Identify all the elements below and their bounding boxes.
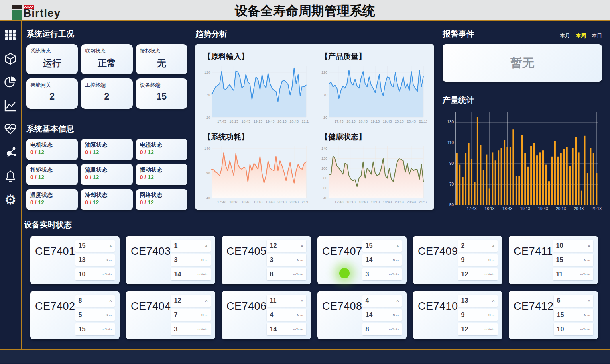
svg-text:60: 60 — [323, 186, 327, 190]
production-title: 产量统计 — [443, 95, 602, 106]
unit-flow: m³/min — [580, 272, 590, 276]
line-chart-icon[interactable] — [4, 99, 17, 112]
status-card-network: 联网状态 正常 — [81, 44, 132, 74]
device-name: CE7411 — [514, 245, 553, 280]
svg-text:21:13: 21:13 — [419, 200, 427, 204]
device-name: CE7408 — [322, 300, 362, 335]
info-card-label: 扭矩状态 — [30, 166, 74, 174]
health-pulse-icon[interactable] — [4, 123, 17, 135]
device-name: CE7402 — [35, 300, 75, 335]
content-area: ⚙ 系统运行工况 系统状态 运行 联网状态 正常 授权状态 无 智 — [0, 21, 610, 350]
device-current-value: 4 — [366, 297, 369, 304]
alarm-empty-card: 暂无 — [443, 44, 602, 82]
device-name: CE7406 — [226, 300, 267, 335]
alarm-count: 0 / — [140, 149, 146, 155]
svg-text:20:43: 20:43 — [574, 207, 584, 211]
device-card-ce7402[interactable]: CE7402 8A 5N·m 15m³/min — [30, 291, 120, 339]
device-torque-value: 9 — [461, 311, 465, 319]
unit-ampere: A — [588, 244, 590, 248]
device-torque-value: 14 — [366, 256, 373, 264]
info-card-temperature: 温度状态 0 / 12 — [26, 189, 78, 210]
device-card-ce7401[interactable]: CE7401 15A 13N·m 10m³/min — [30, 236, 120, 284]
device-torque-value: 13 — [79, 256, 86, 264]
unit-flow: m³/min — [102, 327, 112, 331]
unit-newton-meter: N·m — [393, 258, 399, 262]
svg-text:110: 110 — [447, 141, 454, 145]
status-card-value: 运行 — [30, 57, 74, 69]
alarm-count: 0 / — [30, 149, 37, 155]
device-current-value: 11 — [270, 297, 277, 304]
unit-flow: m³/min — [198, 327, 207, 331]
system-info-title: 系统基本信息 — [26, 123, 187, 134]
unit-flow: m³/min — [293, 327, 303, 331]
unit-flow: m³/min — [389, 272, 399, 276]
raw-input-line-chart: 207012017:4318:1318:4319:1319:4320:1320:… — [201, 63, 309, 125]
gear-icon[interactable]: ⚙ — [4, 193, 17, 206]
svg-text:18:13: 18:13 — [229, 119, 238, 123]
status-card-label: 授权状态 — [140, 47, 183, 55]
info-card-label: 温度状态 — [30, 192, 74, 199]
unit-flow: m³/min — [389, 327, 399, 331]
svg-text:18:43: 18:43 — [502, 207, 512, 211]
svg-text:19:43: 19:43 — [266, 200, 275, 204]
device-card-ce7412[interactable]: CE7412 6A 15N·m 10m³/min — [509, 291, 598, 339]
trend-title: 趋势分析 — [195, 29, 434, 39]
device-grid: CE7401 15A 13N·m 10m³/min CE7403 1A 3N·m… — [30, 236, 604, 339]
bell-icon[interactable] — [4, 170, 17, 182]
info-card-cooling: 冷却状态 0 / 12 — [81, 189, 132, 210]
unit-newton-meter: N·m — [201, 258, 207, 262]
svg-text:17:43: 17:43 — [467, 207, 477, 211]
alarm-title: 报警事件 — [443, 29, 474, 39]
device-flow-value: 8 — [270, 271, 274, 278]
info-card-motor: 电机状态 0 / 12 — [26, 139, 78, 160]
device-card-ce7408[interactable]: CE7408 4A 14N·m 8m³/min — [317, 291, 407, 339]
device-card-ce7407[interactable]: CE7407 15A 14N·m 3m³/min — [317, 236, 407, 284]
cube-icon[interactable] — [4, 52, 17, 65]
status-card-gateway: 智能网关 2 — [26, 78, 78, 109]
apps-grid-icon[interactable] — [4, 29, 17, 41]
device-card-ce7410[interactable]: CE7410 13A 9N·m 12m³/min — [413, 291, 502, 339]
device-current-value: 6 — [557, 297, 561, 304]
device-card-ce7405[interactable]: CE7405 12A 3N·m 8m³/min — [222, 236, 311, 284]
svg-text:18:13: 18:13 — [346, 119, 356, 123]
device-card-ce7406[interactable]: CE7406 11A 4N·m 14m³/min — [222, 291, 311, 339]
dashboard-main: 系统运行工况 系统状态 运行 联网状态 正常 授权状态 无 智能网关 2 — [22, 21, 610, 349]
unit-newton-meter: N·m — [297, 313, 303, 317]
device-card-ce7403[interactable]: CE7403 1A 3N·m 14m³/min — [126, 236, 215, 284]
unit-flow: m³/min — [102, 272, 112, 276]
status-card-value: 正常 — [85, 57, 128, 69]
svg-text:19:13: 19:13 — [371, 119, 380, 123]
chart-product-quality: 【产品质量】 207012017:4318:1318:4319:1319:432… — [318, 49, 428, 127]
svg-text:17:43: 17:43 — [217, 200, 226, 204]
system-status-grid: 系统状态 运行 联网状态 正常 授权状态 无 智能网关 2 工控终端 2 — [26, 44, 187, 109]
svg-text:20:43: 20:43 — [289, 200, 299, 204]
svg-text:70: 70 — [206, 93, 210, 97]
svg-text:17:43: 17:43 — [335, 200, 344, 204]
chart-power: 【系统功耗】 409014017:4318:1318:4319:1319:432… — [201, 129, 311, 207]
alarm-count: 0 / — [140, 174, 146, 180]
status-card-label: 联网状态 — [85, 47, 128, 55]
device-card-ce7409[interactable]: CE7409 2A 9N·m 12m³/min — [413, 236, 502, 284]
device-flow-value: 8 — [366, 326, 369, 333]
svg-text:19:43: 19:43 — [383, 119, 392, 123]
unit-ampere: A — [301, 244, 303, 248]
tab-day[interactable]: 本日 — [592, 32, 602, 39]
device-card-ce7411[interactable]: CE7411 10A 15N·m 11m³/min — [509, 236, 598, 284]
device-torque-value: 15 — [556, 256, 563, 264]
unit-newton-meter: N·m — [201, 313, 207, 317]
alarm-empty-text: 暂无 — [510, 55, 534, 71]
molecule-icon[interactable] — [4, 146, 17, 159]
device-card-ce7404[interactable]: CE7404 12A 7N·m 3m³/min — [126, 291, 215, 339]
device-current-value: 15 — [366, 242, 373, 249]
info-card-label: 振动状态 — [140, 166, 183, 174]
pie-chart-icon[interactable] — [4, 76, 17, 88]
tab-month[interactable]: 本月 — [560, 32, 570, 39]
running-indicator-dot — [339, 268, 350, 278]
status-card-device-terminal: 设备终端 15 — [136, 78, 187, 109]
unit-newton-meter: N·m — [584, 313, 590, 317]
alarm-count: 0 / — [85, 149, 91, 155]
alarm-count: 0 / — [140, 199, 146, 205]
svg-text:20:13: 20:13 — [277, 119, 287, 123]
tab-week[interactable]: 本周 — [576, 32, 586, 39]
device-current-value: 1 — [174, 242, 178, 249]
